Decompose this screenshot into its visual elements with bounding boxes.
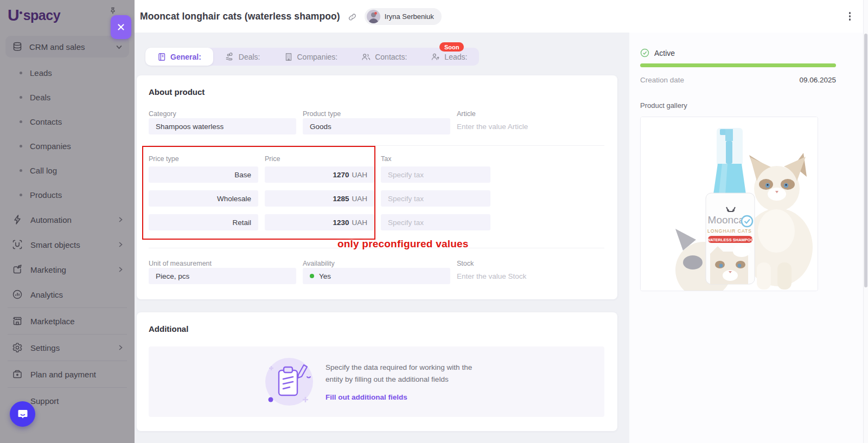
- tab-label: Companies:: [297, 53, 338, 61]
- owner-chip[interactable]: Iryna Serbeniuk: [365, 8, 442, 25]
- price-currency: UAH: [352, 195, 367, 203]
- fill-additional-fields-link[interactable]: Fill out additional fields: [326, 393, 407, 401]
- tab-label: Contacts:: [375, 53, 407, 61]
- copy-link-icon[interactable]: [348, 12, 357, 22]
- divider: [149, 145, 604, 146]
- status-row: Active: [640, 48, 836, 57]
- main-content: General: Deals: Companies: Contacts:: [135, 33, 629, 443]
- price-value: 1285: [333, 195, 349, 203]
- product-type-field[interactable]: Goods: [303, 118, 450, 134]
- creation-date-label: Creation date: [640, 76, 684, 84]
- price-currency: UAH: [352, 219, 367, 227]
- tab-label: Leads:: [444, 53, 467, 61]
- stock-field[interactable]: Enter the value Stock: [457, 268, 604, 284]
- product-gallery-label: Product gallery: [640, 101, 836, 110]
- people-icon: [361, 53, 371, 61]
- availability-label: Availability: [303, 259, 450, 268]
- scrollbar-thumb[interactable]: [864, 34, 867, 287]
- tab-deals[interactable]: Deals:: [213, 48, 272, 66]
- avatar: [367, 10, 380, 23]
- additional-card: Additional: [137, 312, 617, 431]
- price-row: Wholesale 1285UAH Specify tax: [149, 190, 604, 207]
- sidebar-overlay: [0, 0, 135, 443]
- creation-date-value: 09.06.2025: [799, 76, 836, 84]
- price-type-field[interactable]: Wholesale: [149, 190, 258, 207]
- price-type-field[interactable]: Base: [149, 166, 258, 183]
- availability-field[interactable]: Yes: [303, 268, 450, 284]
- product-gallery-image[interactable]: Mooncat LONGHAIR CATS WATERLESS SHAMPOO: [640, 117, 818, 291]
- tax-field[interactable]: Specify tax: [381, 166, 490, 183]
- more-actions-button[interactable]: [846, 9, 854, 24]
- tax-label: Tax: [381, 155, 490, 163]
- scrollbar-track[interactable]: [863, 0, 868, 443]
- tab-bar: General: Deals: Companies: Contacts:: [145, 48, 479, 66]
- creation-date-row: Creation date 09.06.2025: [640, 76, 836, 84]
- price-currency: UAH: [352, 171, 367, 179]
- product-type-label: Product type: [303, 110, 450, 118]
- price-field[interactable]: 1270UAH: [265, 166, 374, 183]
- person-arrow-icon: [431, 53, 440, 61]
- tax-field[interactable]: Specify tax: [381, 190, 490, 207]
- hand-coin-icon: [225, 52, 234, 61]
- tab-contacts[interactable]: Contacts:: [349, 48, 419, 66]
- close-icon: [117, 23, 125, 31]
- soon-badge: Soon: [439, 42, 464, 52]
- unit-label: Unit of measurement: [149, 259, 296, 268]
- tab-label: General:: [170, 53, 201, 61]
- about-product-card: About product Category Shampoos waterles…: [137, 75, 617, 299]
- price-row: Retail 1230UAH Specify tax: [149, 214, 604, 230]
- availability-dot: [310, 274, 314, 278]
- tab-general[interactable]: General:: [145, 48, 213, 66]
- status-badge: Active: [654, 49, 675, 57]
- section-title: Additional: [149, 324, 604, 333]
- check-circle-icon: [640, 48, 649, 57]
- additional-empty-state: Specify the data required for working wi…: [149, 346, 604, 417]
- product-page: U spacy CRM and sales Leads: [0, 0, 868, 443]
- section-title: About product: [149, 87, 604, 97]
- price-field[interactable]: 1285UAH: [265, 190, 374, 207]
- price-value: 1270: [333, 171, 349, 179]
- sidebar: U spacy CRM and sales Leads: [0, 0, 135, 443]
- category-field[interactable]: Shampoos waterless: [149, 118, 296, 134]
- owner-name: Iryna Serbeniuk: [385, 12, 434, 21]
- price-row: Base 1270UAH Specify tax: [149, 166, 604, 183]
- price-label: Price: [265, 155, 374, 163]
- chat-bubble-icon: [16, 408, 29, 421]
- article-field[interactable]: Enter the value Article: [457, 118, 604, 134]
- svg-text:LONGHAIR CATS: LONGHAIR CATS: [707, 228, 752, 234]
- tax-field[interactable]: Specify tax: [381, 214, 490, 230]
- stock-label: Stock: [457, 259, 604, 268]
- page-title: Mooncat longhair cats (waterless shampoo…: [140, 11, 340, 22]
- unit-field[interactable]: Piece, pcs: [149, 268, 296, 284]
- price-field[interactable]: 1230UAH: [265, 214, 374, 230]
- clipboard-illustration: [264, 356, 315, 407]
- availability-value: Yes: [319, 272, 331, 280]
- page-header: Mooncat longhair cats (waterless shampoo…: [135, 0, 868, 33]
- status-progress-bar: [640, 63, 836, 67]
- notebook-icon: [157, 53, 166, 61]
- tab-companies[interactable]: Companies:: [272, 48, 350, 66]
- close-sidebar-button[interactable]: [111, 15, 131, 39]
- price-value: 1230: [333, 219, 349, 227]
- additional-description: Specify the data required for working wi…: [326, 362, 472, 386]
- article-label: Article: [457, 110, 604, 118]
- price-type-label: Price type: [149, 155, 258, 163]
- tab-label: Deals:: [239, 53, 260, 61]
- building-icon: [284, 53, 293, 61]
- category-label: Category: [149, 110, 296, 118]
- support-chat-button[interactable]: [10, 401, 35, 427]
- details-panel: Active Creation date 09.06.2025 Product …: [629, 33, 868, 443]
- divider: [149, 248, 604, 248]
- price-type-field[interactable]: Retail: [149, 214, 258, 230]
- svg-text:WATERLESS SHAMPOO: WATERLESS SHAMPOO: [707, 237, 754, 242]
